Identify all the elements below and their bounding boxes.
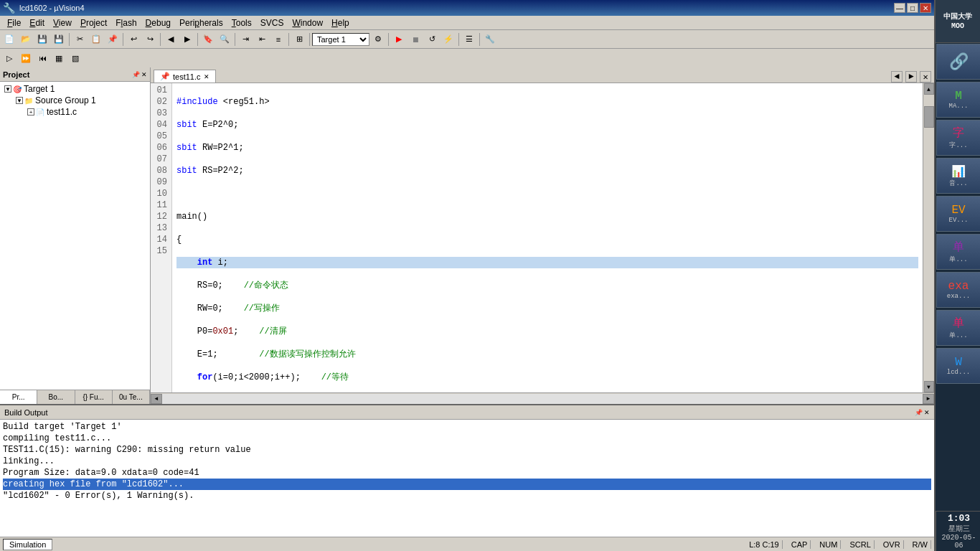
format-button[interactable]: ≡ — [270, 32, 286, 47]
tree-item-source-group[interactable]: ▼ 📁 Source Group 1 — [1, 95, 149, 106]
close-button[interactable]: ✕ — [920, 3, 931, 13]
rw-indicator: R/W — [910, 540, 931, 549]
save-all-button[interactable]: 💾 — [51, 32, 67, 47]
scroll-up-button[interactable]: ▲ — [924, 83, 934, 95]
editor-tab-test11[interactable]: 📌 test11.c ✕ — [154, 70, 216, 83]
new-file-button[interactable]: 📄 — [1, 32, 17, 47]
scroll-down-button[interactable]: ▼ — [924, 381, 934, 392]
debug-tb4[interactable]: ▦ — [51, 50, 67, 66]
source-group-label: Source Group 1 — [35, 95, 96, 105]
expand-target-icon[interactable]: ▼ — [4, 85, 11, 93]
menu-help[interactable]: Help — [327, 17, 354, 29]
debug-tb2[interactable]: ⏩ — [18, 50, 34, 66]
app-btn-9[interactable]: W lcd... — [936, 348, 980, 384]
app-btn-6[interactable]: 单 单... — [936, 234, 980, 270]
menu-project[interactable]: Project — [76, 17, 111, 29]
code-content[interactable]: #include <reg51.h> sbit E=P2^0; sbit RW=… — [172, 83, 923, 392]
build-line-6[interactable]: creating hex file from "lcd1602"... — [3, 479, 931, 490]
debug-tb1[interactable]: ▷ — [1, 50, 17, 66]
app-btn-2[interactable]: M MA... — [936, 82, 980, 118]
expand-file-icon[interactable]: + — [27, 108, 34, 116]
line-numbers: 01 02 03 04 05 06 07 08 09 10 11 12 13 1… — [151, 83, 172, 392]
find-button[interactable]: 🔍 — [217, 32, 232, 47]
menu-peripherals[interactable]: Peripherals — [175, 17, 227, 29]
debug-reset-button[interactable]: ↺ — [424, 32, 440, 47]
code-line-9: RS=0; //命令状态 — [176, 280, 918, 291]
code-line-11: P0=0x01; //清屏 — [176, 326, 918, 337]
menu-edit[interactable]: Edit — [25, 17, 49, 29]
left-tab-project[interactable]: Pr... — [0, 390, 37, 404]
code-line-10: RW=0; //写操作 — [176, 303, 918, 314]
editor-horizontal-scrollbar[interactable]: ◄ ► — [151, 392, 934, 404]
tree-item-target[interactable]: ▼ 🎯 Target 1 — [1, 83, 149, 95]
debug-btn2[interactable]: ⚡ — [440, 32, 456, 47]
left-tab-functions[interactable]: {} Fu... — [75, 390, 113, 404]
undo-button[interactable]: ↩ — [126, 32, 141, 47]
menu-window[interactable]: Window — [288, 17, 327, 29]
paste-button[interactable]: 📌 — [105, 32, 121, 47]
menu-view[interactable]: View — [49, 17, 76, 29]
app-btn-3[interactable]: 字 字... — [936, 120, 980, 156]
menu-file[interactable]: File — [3, 17, 25, 29]
nav-back-button[interactable]: ◀ — [163, 32, 179, 47]
debug-run-button[interactable]: ▶ — [391, 32, 407, 47]
view-mode-button[interactable]: ☰ — [461, 32, 477, 47]
nav-fwd-button[interactable]: ▶ — [179, 32, 195, 47]
app-btn-5[interactable]: EV EV... — [936, 196, 980, 232]
project-pin-button[interactable]: 📌 — [132, 71, 140, 78]
unindent-button[interactable]: ⇤ — [254, 32, 270, 47]
debug-tb3[interactable]: ⏮ — [34, 50, 50, 66]
clock-area: 1:03 星期三 2020-05-06 — [936, 511, 980, 551]
app-btn-8[interactable]: 单 单... — [936, 310, 980, 346]
left-tab-books[interactable]: Bo... — [37, 390, 75, 404]
code-line-4: sbit RS=P2^2; — [176, 165, 918, 176]
menu-debug[interactable]: Debug — [141, 17, 175, 29]
project-close-button[interactable]: ✕ — [141, 71, 147, 78]
menu-svcs[interactable]: SVCS — [256, 17, 288, 29]
target-dropdown[interactable]: Target 1 — [312, 33, 369, 46]
build-output-pin-button[interactable]: 📌 — [915, 409, 923, 416]
minimize-button[interactable]: — — [894, 3, 905, 13]
tab-scroll-right-button[interactable]: ► — [905, 71, 917, 83]
app-btn-4[interactable]: 📊 音... — [936, 158, 980, 194]
redo-button[interactable]: ↪ — [142, 32, 158, 47]
tab-scroll-left-button[interactable]: ◄ — [891, 71, 903, 83]
open-button[interactable]: 📂 — [18, 32, 34, 47]
target-options-button[interactable]: ⚙ — [370, 32, 386, 47]
left-tab-templates[interactable]: 0u Te... — [113, 390, 150, 404]
cut-button[interactable]: ✂ — [72, 32, 88, 47]
editor-vertical-scrollbar[interactable]: ▲ ▼ — [923, 83, 934, 392]
build-line-7: "lcd1602" - 0 Error(s), 1 Warning(s). — [3, 490, 931, 501]
app-icon-3: 字 — [953, 126, 964, 141]
bookmark-button[interactable]: 🔖 — [200, 32, 216, 47]
app-label-3: 字... — [949, 141, 967, 150]
editor-tab-bar: 📌 test11.c ✕ ◄ ► ✕ — [151, 67, 934, 83]
app-label-7: exa... — [947, 293, 970, 300]
h-scroll-track[interactable] — [162, 394, 923, 404]
save-button[interactable]: 💾 — [34, 32, 50, 47]
app-btn-7[interactable]: exa exa... — [936, 272, 980, 308]
maximize-button[interactable]: □ — [907, 3, 918, 13]
settings-button[interactable]: 🔧 — [482, 32, 498, 47]
source-group-folder-icon: 📁 — [24, 97, 33, 105]
menu-flash[interactable]: Flash — [111, 17, 141, 29]
code-editor[interactable]: 01 02 03 04 05 06 07 08 09 10 11 12 13 1… — [151, 83, 934, 392]
tree-item-file[interactable]: + 📄 test11.c — [1, 106, 149, 118]
menu-tools[interactable]: Tools — [227, 17, 256, 29]
tab-close-icon[interactable]: ✕ — [204, 73, 209, 80]
scroll-thumb[interactable] — [924, 106, 934, 128]
build-output-close-button[interactable]: ✕ — [924, 409, 930, 416]
indent-button[interactable]: ⇥ — [237, 32, 253, 47]
view-btn[interactable]: ⊞ — [291, 32, 307, 47]
cursor-position: L:8 C:19 — [746, 540, 783, 549]
tab-close-all-button[interactable]: ✕ — [920, 71, 931, 83]
debug-tb5[interactable]: ▧ — [67, 50, 83, 66]
copy-button[interactable]: 📋 — [88, 32, 104, 47]
expand-source-group-icon[interactable]: ▼ — [16, 97, 23, 104]
scroll-right-btn2[interactable]: ► — [923, 394, 934, 404]
build-output-content[interactable]: Build target 'Target 1' compiling test11… — [0, 420, 934, 537]
app-btn-1[interactable]: 🔗 — [936, 44, 980, 80]
toolbar-row-2: ▷ ⏩ ⏮ ▦ ▧ — [0, 49, 934, 67]
debug-stop-button[interactable]: ⏹ — [407, 32, 423, 47]
scroll-left-button[interactable]: ◄ — [151, 394, 162, 404]
